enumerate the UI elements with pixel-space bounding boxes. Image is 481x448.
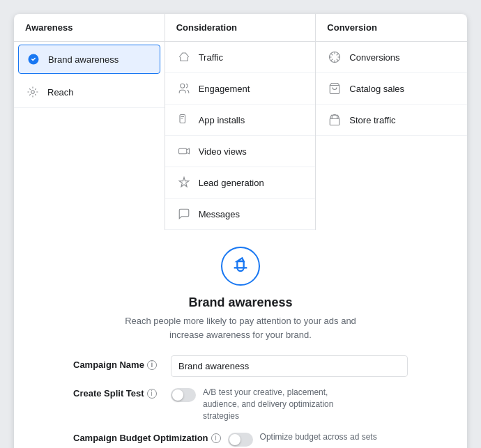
svg-point-2 — [180, 84, 184, 88]
app-installs-item[interactable]: App installs — [165, 105, 316, 136]
video-views-item[interactable]: Video views — [165, 136, 316, 167]
catalog-sales-label: Catalog sales — [349, 84, 404, 94]
brand-awareness-label: Brand awareness — [48, 54, 119, 65]
reach-label: Reach — [47, 87, 74, 98]
lead-generation-icon — [176, 175, 192, 190]
budget-label: Campaign Budget Optimization — [73, 433, 208, 443]
engagement-label: Engagement — [199, 84, 250, 94]
awareness-header: Awareness — [14, 14, 165, 42]
reach-icon — [25, 84, 40, 100]
consideration-header: Consideration — [165, 14, 316, 42]
split-test-toggle-wrapper: A/B test your creative, placement, audie… — [171, 387, 356, 422]
budget-label-section: Campaign Budget Optimization i — [73, 431, 221, 443]
store-traffic-label: Store traffic — [349, 115, 395, 125]
campaign-name-label: Campaign Name i — [73, 355, 164, 370]
consideration-column: Traffic Engagement — [165, 42, 316, 230]
reach-item[interactable]: Reach — [14, 77, 165, 108]
split-test-row: Create Split Test i A/B test your creati… — [73, 387, 408, 422]
objective-description: Reach people more likely to pay attentio… — [115, 314, 366, 341]
video-views-label: Video views — [199, 146, 247, 157]
conversion-header: Conversion — [316, 14, 467, 42]
engagement-icon — [176, 81, 192, 96]
conversions-label: Conversions — [349, 52, 399, 63]
campaign-name-row: Campaign Name i — [73, 355, 408, 377]
conversion-column: Conversions Catalog sales — [316, 42, 467, 230]
objectives-columns: Brand awareness Reach — [14, 42, 467, 230]
brand-awareness-icon — [26, 52, 41, 67]
campaign-name-info-icon[interactable]: i — [147, 360, 157, 370]
bottom-section: Brand awareness Reach people more likely… — [14, 230, 467, 448]
lead-generation-item[interactable]: Lead generation — [165, 167, 316, 199]
messages-item[interactable]: Messages — [165, 199, 316, 230]
conversions-icon — [327, 49, 342, 65]
svg-rect-3 — [180, 115, 185, 123]
store-traffic-icon — [327, 112, 342, 128]
app-installs-label: App installs — [199, 115, 245, 125]
budget-optimization-row: Campaign Budget Optimization i Optimize … — [73, 431, 408, 447]
conversions-item[interactable]: Conversions — [316, 42, 467, 73]
budget-description: Optimize budget across ad sets — [260, 431, 377, 443]
split-test-label-section: Create Split Test i — [73, 387, 164, 399]
budget-toggle[interactable] — [228, 433, 253, 447]
split-test-description: A/B test your creative, placement, audie… — [203, 387, 356, 422]
messages-label: Messages — [199, 209, 240, 219]
store-traffic-item[interactable]: Store traffic — [316, 105, 467, 136]
brand-awareness-item[interactable]: Brand awareness — [18, 45, 160, 74]
traffic-item[interactable]: Traffic — [165, 42, 316, 73]
engagement-item[interactable]: Engagement — [165, 73, 316, 105]
budget-info-icon[interactable]: i — [211, 433, 221, 443]
campaign-name-input[interactable] — [171, 355, 408, 377]
lead-generation-label: Lead generation — [199, 178, 264, 188]
split-test-label: Create Split Test — [73, 388, 144, 399]
split-test-toggle[interactable] — [171, 388, 196, 402]
svg-rect-4 — [178, 148, 186, 154]
svg-rect-6 — [330, 119, 340, 125]
messages-icon — [176, 206, 192, 222]
form-section: Campaign Name i Create Split Test i A/B … — [73, 355, 408, 448]
split-test-info-icon[interactable]: i — [147, 389, 157, 399]
budget-toggle-wrapper: Optimize budget across ad sets — [228, 431, 377, 447]
objective-title: Brand awareness — [188, 295, 292, 310]
selected-objective-icon — [221, 247, 260, 286]
app-installs-icon — [176, 112, 192, 128]
video-views-icon — [176, 144, 192, 159]
main-card: Awareness Consideration Conversion Brand… — [14, 14, 467, 448]
traffic-label: Traffic — [199, 52, 223, 63]
awareness-column: Brand awareness Reach — [14, 42, 165, 230]
traffic-icon — [176, 49, 192, 65]
headers-row: Awareness Consideration Conversion — [14, 14, 467, 42]
catalog-sales-item[interactable]: Catalog sales — [316, 73, 467, 105]
svg-point-1 — [31, 91, 35, 94]
catalog-sales-icon — [327, 81, 342, 96]
